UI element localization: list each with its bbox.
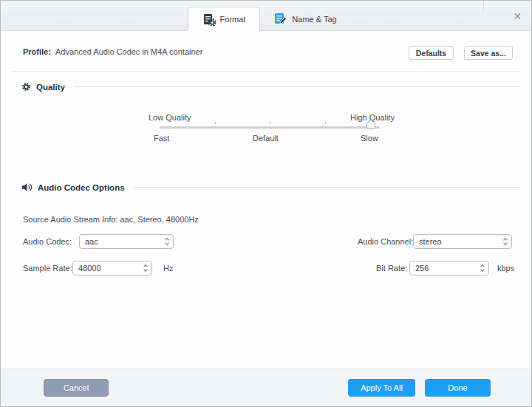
sample-rate-spinner[interactable]: 48000 [72,261,152,276]
profile-label: Profile: [23,47,51,56]
defaults-button[interactable]: Defaults [409,46,454,60]
apply-to-all-button[interactable]: Apply To All [348,379,415,397]
slider-tick [215,122,216,124]
cancel-button[interactable]: Cancel [44,379,109,397]
audio-channel-label: Audio Channel: [358,237,413,246]
speaker-icon [21,182,33,192]
stepper-arrows-icon [480,264,485,273]
audio-header-label: Audio Codec Options [38,183,125,192]
low-quality-label: Low Quality [149,113,191,122]
profile-section-divider [12,71,520,72]
quality-slider-track[interactable] [160,126,380,129]
quality-header-label: Quality [36,83,65,92]
tab-name-tag-label: Name & Tag [292,15,336,24]
gear-icon [21,82,31,92]
name-tag-tab-icon [273,13,287,25]
format-tab-icon [202,13,216,26]
audio-channel-select[interactable]: stereo [413,234,512,249]
slider-tick [270,122,270,124]
titlebar-separator [483,1,484,12]
save-as-button[interactable]: Save as... [464,46,513,60]
done-button[interactable]: Done [425,379,491,397]
bit-rate-label: Bit Rate: [376,264,407,273]
quality-section-header: Quality [21,82,520,92]
sample-rate-value: 48000 [78,264,143,273]
tab-format-label: Format [220,15,246,24]
audio-codec-select[interactable]: aac [79,234,174,249]
source-audio-info: Source Audio Stream Info: aac, Stereo, 4… [23,215,199,224]
profile-value: Advanced Audio Codec in M4A container [55,47,202,56]
audio-channel-value: stereo [419,237,502,246]
audio-codec-value: aac [85,237,164,246]
sample-rate-unit: Hz [163,264,173,273]
stepper-arrows-icon [502,237,508,246]
dialog-footer: Cancel Apply To All Done [1,369,531,406]
audio-header-rule [134,187,520,188]
audio-section-header: Audio Codec Options [21,182,520,192]
bit-rate-spinner[interactable]: 256 [409,261,489,276]
default-label: Default [253,134,279,143]
slow-label: Slow [361,134,378,143]
tab-bar: Format Name & Tag ✕ [1,1,531,31]
quality-header-rule [74,86,520,87]
stepper-arrows-icon [164,237,170,246]
stepper-arrows-icon [143,264,149,273]
tab-name-tag[interactable]: Name & Tag [267,7,344,31]
quality-slider-handle[interactable] [366,119,376,129]
tab-format[interactable]: Format [188,7,260,31]
close-icon[interactable]: ✕ [511,10,524,23]
bit-rate-value: 256 [415,264,480,273]
audio-codec-label: Audio Codec: [23,237,72,246]
format-settings-dialog: Format Name & Tag ✕ Profile: Advanced Au… [0,0,532,407]
bit-rate-unit: kbps [497,264,514,273]
slider-tick [325,122,326,124]
sample-rate-label: Sample Rate: [23,264,72,273]
fast-label: Fast [154,134,169,143]
